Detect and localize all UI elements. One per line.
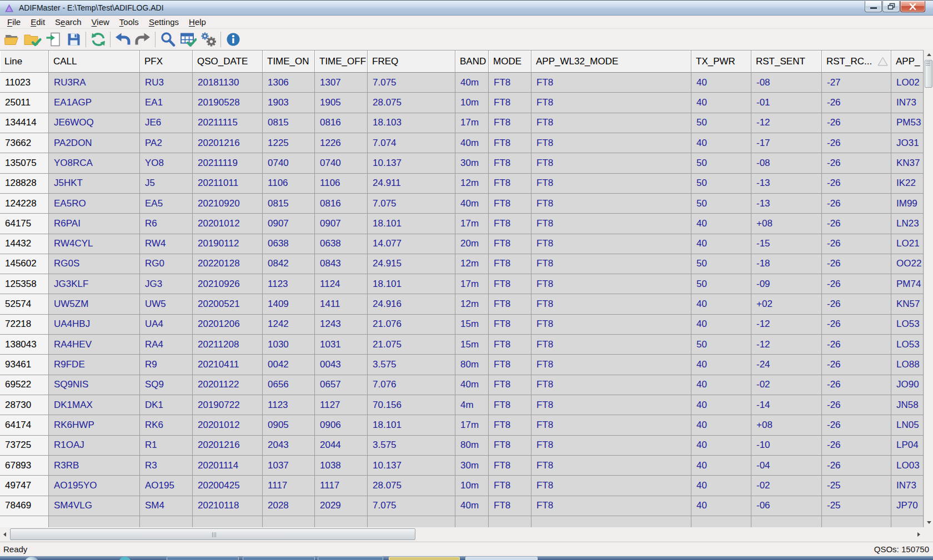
- cell-APP_WL32_MODE[interactable]: FT8: [531, 274, 691, 294]
- cell-FREQ[interactable]: 10.137: [368, 153, 455, 173]
- cell-FREQ[interactable]: 70.156: [368, 395, 455, 415]
- cell-TX_PWR[interactable]: 40: [691, 436, 751, 456]
- cell-RST_RC[interactable]: -25: [822, 476, 891, 496]
- cell-PFX[interactable]: RU3: [140, 73, 193, 93]
- cell-TIME_OFF[interactable]: 0043: [315, 355, 368, 375]
- cell-APP_WL32_MODE[interactable]: FT8: [531, 73, 691, 93]
- cell-APP_[interactable]: [891, 516, 924, 527]
- about-info-button[interactable]: [223, 30, 243, 49]
- cell-APP_[interactable]: KN57: [891, 294, 924, 314]
- cell-QSO_DATE[interactable]: 20201216: [193, 436, 263, 456]
- search-button[interactable]: [157, 30, 178, 49]
- cell-BAND[interactable]: 40m: [455, 375, 489, 395]
- cell-Line[interactable]: 67893: [0, 456, 49, 476]
- cell-BAND[interactable]: 40m: [455, 194, 489, 214]
- cell-RST_SENT[interactable]: -12: [751, 315, 822, 335]
- taskbar-button[interactable]: [167, 557, 239, 560]
- table-row[interactable]: 28730DK1MAXDK1201907221123112770.1564mFT…: [0, 395, 924, 415]
- start-button[interactable]: [24, 557, 39, 560]
- cell-APP_[interactable]: LO88: [891, 355, 924, 375]
- cell-Line[interactable]: 73725: [0, 436, 49, 456]
- column-header-PFX[interactable]: PFX: [140, 51, 193, 73]
- cell-APP_WL32_MODE[interactable]: FT8: [531, 194, 691, 214]
- cell-APP_[interactable]: LO02: [891, 73, 924, 93]
- cell-QSO_DATE[interactable]: 20200425: [193, 476, 263, 496]
- cell-MODE[interactable]: FT8: [489, 456, 531, 476]
- cell-FREQ[interactable]: 28.075: [368, 93, 455, 113]
- cell-FREQ[interactable]: 7.076: [368, 375, 455, 395]
- table-row[interactable]: 145602RG0SRG0202201280842084324.91512mFT…: [0, 254, 924, 274]
- save-file-button[interactable]: [63, 30, 84, 49]
- cell-TIME_ON[interactable]: 0907: [263, 214, 315, 234]
- table-row[interactable]: 69522SQ9NISSQ920201122065606577.07640mFT…: [0, 375, 924, 395]
- cell-RST_RC[interactable]: -26: [822, 133, 891, 153]
- redo-button[interactable]: [133, 30, 153, 49]
- cell-MODE[interactable]: FT8: [489, 274, 531, 294]
- cell-BAND[interactable]: 30m: [455, 153, 489, 173]
- cell-CALL[interactable]: J5HKT: [49, 174, 140, 194]
- cell-Line[interactable]: 78469: [0, 496, 49, 516]
- cell-MODE[interactable]: FT8: [489, 214, 531, 234]
- cell-PFX[interactable]: PA2: [140, 133, 193, 153]
- cell-TIME_ON[interactable]: 2028: [263, 496, 315, 516]
- cell-RST_SENT[interactable]: -17: [751, 133, 822, 153]
- table-row[interactable]: 49747AO195YOAO195202004251117111728.0751…: [0, 476, 924, 496]
- cell-TX_PWR[interactable]: 40: [691, 214, 751, 234]
- cell-BAND[interactable]: 80m: [455, 355, 489, 375]
- cell-APP_[interactable]: LO21: [891, 234, 924, 254]
- cell-RST_RC[interactable]: -26: [822, 355, 891, 375]
- taskbar-button[interactable]: [318, 557, 383, 560]
- cell-TIME_ON[interactable]: 1903: [263, 93, 315, 113]
- cell-APP_[interactable]: IN73: [891, 476, 924, 496]
- cell-FREQ[interactable]: 7.074: [368, 133, 455, 153]
- cell-RST_SENT[interactable]: +08: [751, 214, 822, 234]
- cell-BAND[interactable]: 12m: [455, 254, 489, 274]
- cell-APP_[interactable]: LP04: [891, 436, 924, 456]
- cell-TX_PWR[interactable]: 40: [691, 496, 751, 516]
- taskbar-button[interactable]: [243, 557, 315, 560]
- cell-APP_WL32_MODE[interactable]: [531, 516, 691, 527]
- cell-APP_WL32_MODE[interactable]: FT8: [531, 113, 691, 133]
- cell-QSO_DATE[interactable]: 20201012: [193, 214, 263, 234]
- cell-TIME_ON[interactable]: 1409: [263, 294, 315, 314]
- cell-RST_SENT[interactable]: -12: [751, 113, 822, 133]
- restore-button[interactable]: [882, 1, 900, 12]
- cell-CALL[interactable]: UA4HBJ: [49, 315, 140, 335]
- cell-TX_PWR[interactable]: 50: [691, 335, 751, 355]
- cell-TX_PWR[interactable]: 50: [691, 194, 751, 214]
- cell-QSO_DATE[interactable]: 20201012: [193, 415, 263, 435]
- cell-CALL[interactable]: RW4CYL: [49, 234, 140, 254]
- cell-APP_[interactable]: OO22: [891, 254, 924, 274]
- cell-APP_[interactable]: JP70: [891, 496, 924, 516]
- cell-TX_PWR[interactable]: 40: [691, 294, 751, 314]
- cell-TIME_OFF[interactable]: 1127: [315, 395, 368, 415]
- cell-RST_RC[interactable]: -26: [822, 194, 891, 214]
- cell-FREQ[interactable]: 18.101: [368, 274, 455, 294]
- cell-BAND[interactable]: 15m: [455, 315, 489, 335]
- cell-RST_RC[interactable]: -26: [822, 93, 891, 113]
- cell-FREQ[interactable]: 24.915: [368, 254, 455, 274]
- cell-APP_WL32_MODE[interactable]: FT8: [531, 214, 691, 234]
- cell-RST_SENT[interactable]: -18: [751, 254, 822, 274]
- cell-MODE[interactable]: FT8: [489, 476, 531, 496]
- cell-TIME_OFF[interactable]: 0657: [315, 375, 368, 395]
- cell-BAND[interactable]: 15m: [455, 335, 489, 355]
- column-header-QSO_DATE[interactable]: QSO_DATE: [193, 51, 263, 73]
- cell-APP_WL32_MODE[interactable]: FT8: [531, 315, 691, 335]
- cell-Line[interactable]: 11023: [0, 73, 49, 93]
- cell-PFX[interactable]: J5: [140, 174, 193, 194]
- cell-TIME_OFF[interactable]: 1031: [315, 335, 368, 355]
- table-row[interactable]: 73725R1OAJR120201216204320443.57580mFT8F…: [0, 436, 924, 456]
- cell-TIME_OFF[interactable]: 0907: [315, 214, 368, 234]
- cell-PFX[interactable]: UA4: [140, 315, 193, 335]
- cell-Line[interactable]: 145602: [0, 254, 49, 274]
- cell-TIME_ON[interactable]: 1030: [263, 335, 315, 355]
- cell-APP_WL32_MODE[interactable]: FT8: [531, 395, 691, 415]
- undo-button[interactable]: [112, 30, 133, 49]
- cell-TIME_ON[interactable]: 0740: [263, 153, 315, 173]
- cell-APP_WL32_MODE[interactable]: FT8: [531, 355, 691, 375]
- cell-BAND[interactable]: 80m: [455, 436, 489, 456]
- column-header-Line[interactable]: Line: [0, 51, 49, 73]
- cell-BAND[interactable]: 40m: [455, 73, 489, 93]
- cell-MODE[interactable]: FT8: [489, 335, 531, 355]
